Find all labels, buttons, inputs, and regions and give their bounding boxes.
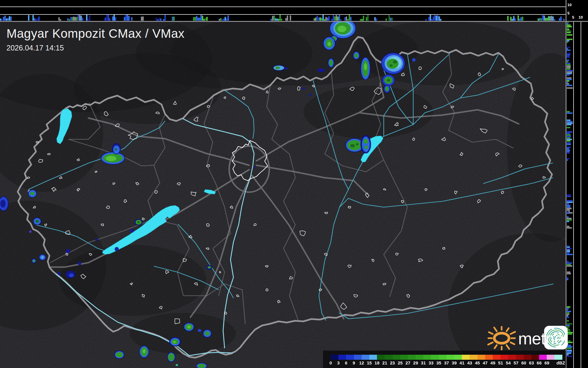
profile-echo-cell xyxy=(567,309,568,311)
profile-echo-cell xyxy=(206,17,208,21)
radar-echo xyxy=(112,143,121,154)
profile-echo-cell xyxy=(108,15,109,21)
profile-echo-cell xyxy=(567,61,568,63)
profile-echo-cell xyxy=(567,30,571,32)
right-axis-label-10: 10 xyxy=(579,15,583,19)
timestamp: 2026.04.17 14:15 xyxy=(6,44,185,52)
legend-color-cell xyxy=(531,355,539,360)
profile-echo-cell xyxy=(60,19,61,21)
legend-tick-label: 12 xyxy=(359,360,364,365)
profile-echo-cell xyxy=(278,19,279,21)
legend-color-cell xyxy=(447,355,454,360)
profile-echo-cell xyxy=(28,15,29,21)
radar-echo xyxy=(309,94,311,96)
profile-echo-cell xyxy=(76,17,78,21)
legend-tick-label: 39 xyxy=(452,360,457,365)
radar-echo xyxy=(28,190,37,197)
profile-echo-cell xyxy=(275,18,276,21)
profile-echo-cell xyxy=(567,205,570,206)
profile-echo-cell xyxy=(271,19,272,21)
legend-tick-label: 63 xyxy=(529,360,534,365)
profile-echo-cell xyxy=(567,151,569,153)
radar-echo xyxy=(101,152,125,164)
profile-echo-cell xyxy=(173,17,175,21)
profile-echo-cell xyxy=(349,14,350,21)
profile-echo-cell xyxy=(567,248,572,249)
profile-echo-cell xyxy=(567,82,568,83)
legend-tick-label: 33 xyxy=(429,360,434,365)
legend-tick-label: 37 xyxy=(444,360,449,365)
radar-echo xyxy=(66,249,70,253)
profile-echo-cell xyxy=(567,79,572,80)
legend-color-cell xyxy=(354,355,362,360)
top-profile-gridline-5km xyxy=(0,14,566,15)
legend-color-bar xyxy=(331,355,562,360)
profile-echo-cell xyxy=(344,17,346,21)
profile-echo-cell xyxy=(567,67,571,68)
radar-echo xyxy=(381,53,405,74)
profile-echo-cell xyxy=(552,17,554,21)
radar-echo xyxy=(57,272,60,275)
profile-echo-cell xyxy=(554,19,555,21)
profile-echo-cell xyxy=(428,17,430,21)
legend-tick-label: 43 xyxy=(467,360,472,365)
profile-echo-cell xyxy=(9,16,10,21)
radar-echo xyxy=(115,247,119,251)
strip-divider-horizontal xyxy=(0,21,588,22)
profile-echo-cell xyxy=(567,314,569,315)
page-title: Magyar Kompozit CMax / VMax xyxy=(6,27,185,41)
profile-echo-cell xyxy=(86,14,88,21)
profile-echo-cell xyxy=(350,17,352,21)
legend-color-cell xyxy=(362,355,369,360)
legend-color-cell xyxy=(346,355,354,360)
profile-echo-cell xyxy=(567,308,569,309)
profile-echo-cell xyxy=(4,15,6,21)
profile-echo-cell xyxy=(160,19,162,21)
profile-echo-cell xyxy=(567,277,569,279)
profile-echo-cell xyxy=(388,15,390,21)
profile-echo-cell xyxy=(113,14,115,21)
profile-echo-cell xyxy=(567,194,571,196)
radar-echo xyxy=(78,262,81,265)
profile-echo-cell xyxy=(115,17,116,21)
legend-tick-label: 57 xyxy=(513,360,518,365)
profile-echo-cell xyxy=(567,212,569,214)
profile-echo-cell xyxy=(196,16,197,21)
profile-echo-cell xyxy=(567,111,570,112)
profile-echo-cell xyxy=(367,14,369,21)
profile-echo-cell xyxy=(567,29,569,30)
profile-echo-cell xyxy=(193,17,195,21)
profile-echo-cell xyxy=(225,17,226,21)
right-profile-echoes xyxy=(566,22,588,368)
profile-echo-cell xyxy=(228,15,229,21)
profile-echo-cell xyxy=(72,17,73,21)
profile-echo-cell xyxy=(431,19,433,21)
profile-echo-cell xyxy=(567,26,572,27)
profile-echo-cell xyxy=(538,19,539,21)
profile-echo-cell xyxy=(112,17,113,21)
profile-echo-cell xyxy=(157,19,159,21)
metnet-branding[interactable]: metnet xyxy=(483,323,572,351)
profile-echo-cell xyxy=(67,18,69,21)
profile-echo-cell xyxy=(567,71,572,73)
radar-echo xyxy=(32,259,36,263)
profile-echo-cell xyxy=(317,16,318,21)
radar-echo xyxy=(203,330,211,337)
profile-echo-cell xyxy=(124,17,125,21)
profile-echo-cell xyxy=(507,16,509,21)
profile-echo-cell xyxy=(327,18,328,21)
profile-echo-cell xyxy=(7,18,9,21)
profile-echo-cell xyxy=(567,226,569,227)
profile-echo-cell xyxy=(539,18,541,21)
legend-tick-label: 60 xyxy=(521,360,526,365)
legend-color-cell xyxy=(462,355,470,360)
profile-echo-cell xyxy=(567,320,569,322)
legend-color-cell xyxy=(416,355,423,360)
profile-echo-cell xyxy=(567,63,571,64)
profile-echo-cell xyxy=(513,16,515,21)
legend-tick-label: 35 xyxy=(436,360,441,365)
top-axis-label-10: 10 xyxy=(567,3,571,7)
legend-color-cell xyxy=(524,355,531,360)
profile-echo-cell xyxy=(567,142,571,144)
profile-echo-cell xyxy=(347,19,349,21)
